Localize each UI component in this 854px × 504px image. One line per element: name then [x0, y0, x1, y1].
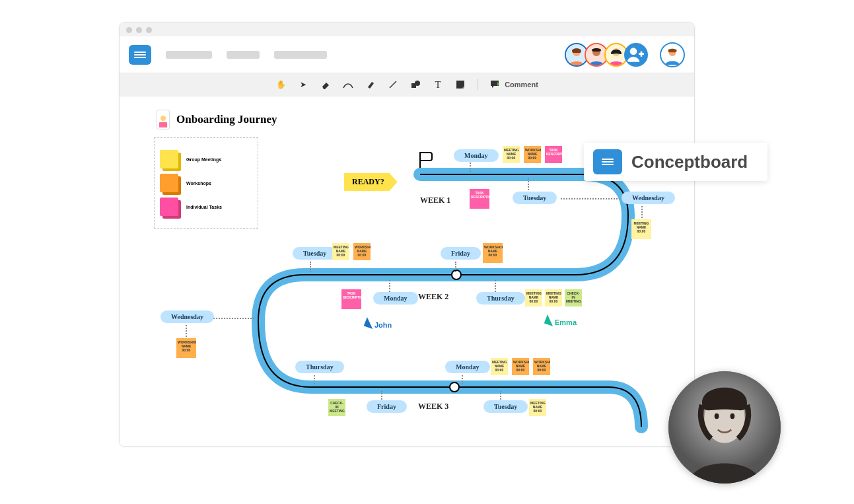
- legend-item: Individual Tasks: [160, 198, 252, 216]
- connector: [455, 262, 456, 272]
- svg-point-13: [452, 270, 461, 279]
- sticky-note[interactable]: MEETING NAME 00:00: [491, 358, 508, 375]
- collaborator-cursor: John: [365, 318, 392, 329]
- sticky-note[interactable]: MEETING NAME 00:00: [631, 219, 651, 239]
- brand-logo-icon: [593, 149, 622, 174]
- cursor-name: Emma: [555, 318, 577, 326]
- svg-point-18: [730, 414, 735, 419]
- day-pill[interactable]: Wednesday: [160, 310, 214, 323]
- connector: [561, 198, 620, 199]
- connector: [389, 280, 390, 292]
- day-pill[interactable]: Thursday: [295, 361, 344, 373]
- connector: [314, 375, 315, 384]
- app-logo-icon[interactable]: [129, 45, 151, 65]
- line-tool-icon[interactable]: [388, 79, 398, 90]
- sticky-note[interactable]: CHECK-IN MEETING: [565, 289, 582, 306]
- sticky-note[interactable]: WORKSHOP NAME 00:00: [533, 358, 550, 375]
- connector: [310, 262, 311, 272]
- app-window: ✋ ➤ T Comment Onboarding Journey: [119, 22, 695, 447]
- legend-color-orange: [160, 174, 178, 192]
- connector: [462, 375, 463, 384]
- eraser-tool-icon[interactable]: [320, 79, 331, 90]
- day-pill[interactable]: Monday: [445, 361, 490, 373]
- legend-label: Workshops: [186, 181, 211, 186]
- text-tool-icon[interactable]: T: [433, 79, 443, 90]
- pen-tool-icon[interactable]: [343, 79, 353, 90]
- week-label: WEEK 3: [418, 402, 448, 412]
- sticky-note[interactable]: MEETING NAME 00:00: [525, 289, 542, 306]
- svg-point-6: [630, 48, 637, 55]
- legend-label: Individual Tasks: [186, 205, 222, 209]
- sticky-note[interactable]: WORKSHOP NAME 00:00: [512, 358, 529, 375]
- window-minimize-icon[interactable]: [136, 27, 142, 33]
- day-pill[interactable]: Tuesday: [293, 247, 337, 260]
- pan-tool-icon[interactable]: ✋: [275, 79, 286, 90]
- day-pill[interactable]: Friday: [367, 400, 407, 413]
- sticky-note[interactable]: WORKSHOP NAME 00:00: [176, 338, 196, 358]
- sticky-note[interactable]: WORKSHOP NAME 00:00: [483, 243, 503, 263]
- legend-color-yellow: [160, 150, 178, 168]
- legend-item: Workshops: [160, 174, 252, 192]
- board-title: Onboarding Journey: [176, 113, 277, 126]
- legend-label: Group Meetings: [186, 157, 221, 162]
- svg-line-9: [390, 81, 396, 88]
- day-pill[interactable]: Monday: [454, 149, 499, 162]
- week-label: WEEK 2: [418, 292, 448, 302]
- comment-label: Comment: [505, 81, 538, 89]
- current-user-avatar[interactable]: [660, 42, 685, 67]
- connector: [470, 162, 471, 172]
- connector: [495, 280, 496, 292]
- marker-tool-icon[interactable]: [365, 79, 376, 90]
- day-pill[interactable]: Tuesday: [483, 400, 528, 413]
- cursor-name: John: [374, 321, 392, 329]
- collaborator-avatars: [569, 43, 648, 67]
- sticky-note[interactable]: MEETING NAME 00:00: [332, 243, 349, 260]
- app-header: [120, 36, 694, 73]
- window-close-icon[interactable]: [126, 27, 132, 33]
- legend-item: Group Meetings: [160, 150, 252, 168]
- sticky-note[interactable]: MEETING NAME 00:00: [503, 146, 520, 163]
- sticky-note-tool-icon[interactable]: [455, 79, 466, 90]
- brand-name: Conceptboard: [631, 152, 748, 172]
- day-pill[interactable]: Wednesday: [622, 192, 675, 204]
- day-pill[interactable]: Friday: [441, 247, 481, 260]
- collaborator-cursor: Emma: [546, 316, 577, 326]
- breadcrumb-placeholder: [274, 51, 327, 59]
- pin-icon: [157, 110, 170, 129]
- connector: [186, 325, 187, 337]
- shape-tool-icon[interactable]: [410, 79, 421, 90]
- connector: [641, 206, 643, 218]
- breadcrumb-placeholder: [166, 51, 212, 59]
- sticky-note[interactable]: WORKSHOP NAME 00:00: [353, 243, 371, 260]
- comment-button[interactable]: Comment: [490, 80, 538, 89]
- breadcrumb-placeholder: [227, 51, 260, 59]
- presenter-photo: [668, 371, 781, 484]
- brand-overlay: Conceptboard: [584, 143, 767, 181]
- sticky-note[interactable]: MEETING NAME 00:00: [545, 289, 562, 306]
- day-pill[interactable]: Monday: [373, 292, 418, 305]
- toolbar: ✋ ➤ T Comment: [120, 73, 694, 96]
- sticky-note[interactable]: TASK DESCRIPTION: [545, 146, 562, 163]
- window-titlebar: [120, 23, 694, 36]
- week-label: WEEK 1: [420, 196, 450, 205]
- sticky-note[interactable]: TASK DESCRIPTION: [341, 289, 361, 309]
- legend-panel: Group Meetings Workshops Individual Task…: [154, 137, 258, 229]
- add-user-button[interactable]: [624, 43, 648, 67]
- svg-point-17: [715, 414, 719, 419]
- sticky-note[interactable]: MEETING NAME 00:00: [529, 399, 546, 416]
- legend-color-pink: [160, 198, 178, 216]
- sticky-note[interactable]: WORKSHOP NAME 00:00: [524, 146, 541, 163]
- select-tool-icon[interactable]: ➤: [298, 79, 308, 90]
- day-pill[interactable]: Tuesday: [513, 192, 557, 204]
- window-maximize-icon[interactable]: [146, 27, 152, 33]
- day-pill[interactable]: Thursday: [476, 292, 525, 305]
- connector: [528, 178, 529, 190]
- ready-badge: READY?: [344, 173, 398, 191]
- start-flag-icon: [419, 152, 421, 170]
- svg-point-11: [415, 81, 420, 86]
- sticky-note[interactable]: CHECK-IN MEETING: [328, 399, 345, 416]
- sticky-note[interactable]: TASK DESCRIPTION: [470, 189, 489, 209]
- svg-point-14: [450, 382, 459, 392]
